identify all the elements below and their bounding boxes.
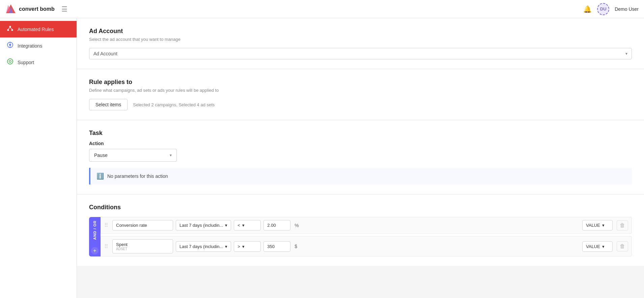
logo-icon (5, 4, 16, 15)
action-value: Pause (94, 153, 108, 158)
info-banner: ℹ️ No parameters for this action (89, 168, 632, 185)
condition-value-type-2[interactable]: VALUE ▾ (582, 241, 613, 252)
condition-field-sub-2: ADSET (116, 247, 128, 251)
svg-line-6 (8, 28, 10, 29)
select-items-button[interactable]: Select items (89, 99, 128, 110)
conditions-title: Conditions (89, 204, 632, 211)
selected-info: Selected 2 campaigns, Selected 4 ad sets (133, 102, 215, 107)
bell-icon[interactable]: 🔔 (583, 5, 592, 13)
ad-account-dropdown-label: Ad Account (93, 51, 117, 56)
header-left: convert bomb ☰ (5, 4, 67, 15)
hamburger-icon[interactable]: ☰ (61, 5, 67, 13)
condition-value-2[interactable]: 350 (263, 241, 290, 252)
condition-field-1[interactable]: Conversion rate (112, 220, 173, 231)
condition-operator-2[interactable]: > ▾ (234, 241, 261, 252)
info-icon: ℹ️ (96, 172, 104, 180)
chevron-down-icon-date1: ▾ (225, 223, 227, 228)
app-body: Automated Rules Integrations Support (0, 18, 644, 298)
chevron-down-icon-action: ▾ (170, 153, 172, 158)
delete-condition-1-button[interactable]: 🗑 (617, 220, 628, 231)
condition-unit-2: $ (295, 244, 297, 249)
ad-account-desc: Select the ad account that you want to m… (89, 37, 632, 42)
condition-field-label-1: Conversion rate (116, 223, 147, 228)
rule-applies-section: Rule applies to Define what campaigns, a… (77, 69, 644, 120)
rule-applies-title: Rule applies to (89, 79, 632, 86)
chevron-down-icon-type1: ▾ (602, 223, 605, 228)
table-row: ⠿ Conversion rate Last 7 days (includin.… (101, 217, 632, 234)
user-name-label: Demo User (615, 6, 639, 12)
condition-operator-1[interactable]: < ▾ (234, 220, 261, 231)
conditions-block: AND / OR + ⠿ Conversion rate Last 7 days… (89, 217, 632, 256)
action-label: Action (89, 141, 632, 146)
logo-area: convert bomb (5, 4, 55, 15)
action-dropdown[interactable]: Pause ▾ (89, 149, 177, 162)
svg-point-9 (9, 44, 11, 46)
support-icon (7, 58, 13, 66)
condition-date-1[interactable]: Last 7 days (includin... ▾ (176, 220, 231, 231)
header-right: 🔔 DU Demo User (583, 3, 639, 15)
integrations-icon (7, 42, 13, 50)
and-or-label: AND / OR (93, 217, 97, 243)
automated-rules-icon (7, 25, 13, 33)
sidebar-item-label-integrations: Integrations (18, 43, 42, 49)
ad-account-section: Ad Account Select the ad account that yo… (77, 18, 644, 69)
svg-point-4 (7, 29, 9, 31)
logo-text: convert bomb (19, 6, 55, 12)
svg-point-13 (9, 60, 11, 62)
condition-unit-1: % (295, 223, 299, 228)
condition-op-label-1: < (237, 223, 240, 228)
chevron-down-icon-date2: ▾ (225, 244, 227, 249)
condition-op-label-2: > (237, 244, 240, 249)
conditions-section: Conditions AND / OR + ⠿ Conversion rate (77, 194, 644, 266)
condition-field-label-2: Spent (116, 242, 128, 247)
task-section: Task Action Pause ▾ ℹ️ No parameters for… (77, 120, 644, 194)
and-or-sidebar: AND / OR + (89, 217, 101, 256)
drag-handle-icon[interactable]: ⠿ (104, 243, 108, 250)
sidebar-item-label-support: Support (18, 60, 34, 65)
condition-value-1[interactable]: 2.00 (263, 220, 290, 231)
sidebar-item-integrations[interactable]: Integrations (0, 37, 77, 54)
condition-value-type-label-1: VALUE (586, 223, 600, 228)
condition-value-type-label-2: VALUE (586, 244, 600, 249)
avatar: DU (597, 3, 609, 15)
table-row: ⠿ Spent ADSET Last 7 days (includin... ▾ (101, 236, 632, 256)
main-content: Ad Account Select the ad account that yo… (77, 18, 644, 298)
condition-value-type-1[interactable]: VALUE ▾ (582, 220, 613, 231)
ad-account-title: Ad Account (89, 28, 632, 35)
svg-point-5 (11, 29, 13, 31)
condition-date-label-1: Last 7 days (includin... (179, 223, 223, 228)
sidebar-item-support[interactable]: Support (0, 54, 77, 71)
chevron-down-icon: ▾ (625, 51, 627, 56)
conditions-rows: ⠿ Conversion rate Last 7 days (includin.… (101, 217, 632, 256)
svg-line-7 (10, 28, 12, 29)
info-text: No parameters for this action (107, 173, 168, 179)
svg-point-3 (9, 26, 11, 28)
chevron-down-icon-op2: ▾ (242, 244, 245, 249)
add-condition-button[interactable]: + (91, 247, 99, 254)
delete-condition-2-button[interactable]: 🗑 (617, 241, 628, 251)
rule-applies-desc: Define what campaigns, ad sets or ads yo… (89, 88, 632, 93)
sidebar: Automated Rules Integrations Support (0, 18, 77, 298)
chevron-down-icon-op1: ▾ (242, 223, 245, 228)
ad-account-dropdown[interactable]: Ad Account ▾ (89, 48, 632, 59)
condition-field-2[interactable]: Spent ADSET (112, 239, 173, 253)
svg-point-12 (7, 59, 13, 64)
condition-date-label-2: Last 7 days (includin... (179, 244, 223, 249)
condition-date-2[interactable]: Last 7 days (includin... ▾ (176, 241, 231, 252)
task-title: Task (89, 130, 632, 137)
drag-handle-icon[interactable]: ⠿ (104, 222, 108, 228)
chevron-down-icon-type2: ▾ (602, 244, 605, 249)
app-header: convert bomb ☰ 🔔 DU Demo User (0, 0, 644, 18)
select-items-row: Select items Selected 2 campaigns, Selec… (89, 99, 632, 110)
sidebar-item-automated-rules[interactable]: Automated Rules (0, 21, 77, 37)
sidebar-item-label-automated-rules: Automated Rules (18, 27, 54, 32)
